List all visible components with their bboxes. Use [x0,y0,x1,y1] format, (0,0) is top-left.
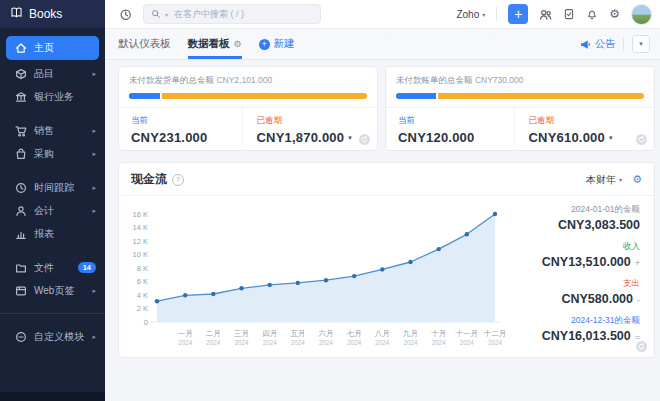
documents-icon [15,262,27,274]
cashflow-card: 现金流 ? 本财年 ▾ ⚙ 02 K4 K6 K8 K10 K12 K14 K1… [118,162,655,358]
topbar-actions: Zoho ▾ + ⚙ [456,4,652,25]
card-total: CNY2,101.000 [216,75,272,85]
sidebar-item-sales[interactable]: 销售▸ [0,119,105,142]
search-scope-caret-icon[interactable]: ▾ [165,11,168,18]
chevron-right-icon: ▸ [92,184,96,192]
unpaid-bills-card: 未付款账单的总金额 CNY730.000当前CNY120.000已逾期CNY61… [385,66,655,151]
expense-stat: 支出 CNY580.000- [507,278,640,306]
svg-text:8 K: 8 K [137,264,148,273]
sidebar-item-items[interactable]: 品目▸ [0,62,105,85]
svg-text:2024: 2024 [432,339,447,346]
recent-history-icon[interactable] [119,8,132,21]
app-logo[interactable]: Books [0,0,105,28]
current-value: CNY120.000 [398,130,514,145]
sidebar-item-label: Web页签 [34,284,74,298]
org-switcher[interactable]: Zoho ▾ [456,9,485,20]
overdue-value[interactable]: CNY610.000▾ [529,130,645,145]
home-icon [15,42,27,54]
help-icon[interactable]: ? [172,174,184,186]
notifications-bell-icon[interactable] [586,8,598,20]
opening-balance-stat: 2024-01-01的金额 CNY3,083.500 [507,204,640,232]
search-input[interactable] [172,8,313,20]
chevron-right-icon: ▸ [92,70,96,78]
tab-data-dashboard[interactable]: 数据看板⚙ [188,29,242,59]
sidebar-item-label: 会计 [34,204,54,218]
overdue-amount: 已逾期CNY1,870.000▾ [242,108,368,145]
summary-cards-row: 未付款发货单的总金额 CNY2,101.000当前CNY231.000已逾期CN… [118,66,655,151]
user-avatar[interactable] [631,4,652,25]
app-window: Books 主页品目▸银行业务销售▸采购▸时间跟踪▸会计▸报表文件14Web页签… [0,0,660,401]
tabbar-divider [623,37,624,51]
refresh-icon[interactable] [359,134,370,145]
svg-text:2024: 2024 [234,339,249,346]
svg-text:七月: 七月 [347,329,362,338]
svg-text:2024: 2024 [206,339,221,346]
sidebar-item-label: 银行业务 [34,90,74,104]
sidebar-nav: 主页品目▸银行业务销售▸采购▸时间跟踪▸会计▸报表文件14Web页签▸自定义模块… [0,28,105,392]
chevron-right-icon: ▸ [92,287,96,295]
tab-label: 默认仪表板 [118,37,171,51]
search-icon [151,9,161,19]
sidebar-footer [0,392,105,401]
tab-settings-icon[interactable]: ⚙ [234,39,242,49]
sidebar-item-web-tabs[interactable]: Web页签▸ [0,279,105,302]
card-title: 未付款账单的总金额 CNY730.000 [396,75,644,87]
svg-text:十月: 十月 [431,329,446,338]
tasks-icon[interactable] [563,8,575,20]
svg-text:四月: 四月 [262,329,277,338]
sidebar-item-banking[interactable]: 银行业务 [0,85,105,108]
progress-current-segment [396,93,438,99]
current-label: 当前 [398,115,514,127]
overdue-label: 已逾期 [257,115,368,127]
sidebar: Books 主页品目▸银行业务销售▸采购▸时间跟踪▸会计▸报表文件14Web页签… [0,0,105,401]
sidebar-item-purchases[interactable]: 采购▸ [0,142,105,165]
cashflow-settings-icon[interactable]: ⚙ [632,174,642,185]
sidebar-item-label: 时间跟踪 [34,181,74,195]
collapse-chevron-button[interactable]: ▾ [632,35,650,53]
refresh-icon[interactable] [636,134,647,145]
minus-sign: - [637,295,640,305]
sidebar-item-accountant[interactable]: 会计▸ [0,199,105,222]
current-amount: 当前CNY120.000 [396,108,514,145]
sidebar-item-time-tracking[interactable]: 时间跟踪▸ [0,176,105,199]
svg-text:二月: 二月 [206,329,221,338]
svg-text:2 K: 2 K [137,304,148,313]
dashboard-tabbar: 默认仪表板数据看板⚙ + 新建 公告 ▾ [105,29,660,60]
cashflow-chart: 02 K4 K6 K8 K10 K12 K14 K16 K一月2024二月202… [123,200,507,356]
chevron-down-icon: ▾ [619,176,622,183]
income-stat: 收入 CNY13,510.000+ [507,241,640,269]
announcements-button[interactable]: 公告 [580,37,615,51]
settings-gear-icon[interactable]: ⚙ [609,8,620,20]
overdue-value[interactable]: CNY1,870.000▾ [257,130,368,145]
sidebar-item-reports[interactable]: 报表 [0,222,105,245]
global-search[interactable]: ▾ [143,4,321,24]
tabbar-right: 公告 ▾ [580,35,650,53]
svg-text:2024: 2024 [178,339,193,346]
referral-users-icon[interactable] [539,8,552,21]
card-progress-bar [396,93,644,99]
svg-text:2024: 2024 [319,339,334,346]
svg-text:16 K: 16 K [133,210,148,219]
dropdown-caret-icon: ▾ [348,134,352,142]
svg-text:六月: 六月 [319,329,334,338]
main-area: ▾ Zoho ▾ + ⚙ [105,0,660,401]
sidebar-item-label: 采购 [34,147,54,161]
refresh-icon[interactable] [636,341,647,352]
sidebar-item-custom-modules[interactable]: 自定义模块▸ [0,325,105,348]
tab-default-dashboard[interactable]: 默认仪表板 [118,29,171,59]
current-label: 当前 [131,115,242,127]
sidebar-item-home[interactable]: 主页 [6,36,99,60]
overdue-amount: 已逾期CNY610.000▾ [514,108,645,145]
svg-text:12 K: 12 K [133,237,148,246]
cashflow-header: 现金流 ? 本财年 ▾ ⚙ [119,163,654,196]
svg-text:2024: 2024 [347,339,362,346]
svg-text:6 K: 6 K [137,277,148,286]
banking-icon [15,91,27,103]
new-dashboard-button[interactable]: + 新建 [259,37,295,51]
quick-create-button[interactable]: + [508,4,528,24]
dashboard-content: 未付款发货单的总金额 CNY2,101.000当前CNY231.000已逾期CN… [105,60,660,401]
sidebar-item-documents[interactable]: 文件14 [0,256,105,279]
web-tabs-icon [15,285,27,297]
period-selector[interactable]: 本财年 ▾ [586,173,622,187]
overdue-label: 已逾期 [529,115,645,127]
